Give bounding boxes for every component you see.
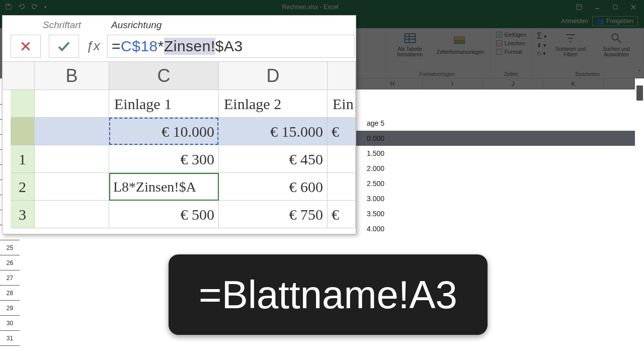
sort-filter-button[interactable]: Sortieren und Filtern — [550, 31, 591, 57]
cell[interactable] — [328, 145, 356, 173]
svg-point-12 — [612, 34, 618, 40]
row-28[interactable]: 28 — [0, 286, 20, 301]
sort-filter-label: Sortieren und Filtern — [553, 46, 588, 57]
cell[interactable]: 4.000 — [356, 221, 386, 236]
autosum-button[interactable]: Σ▾ — [537, 32, 547, 41]
cell[interactable]: 3.000 — [356, 191, 386, 206]
zoom-rowhdr[interactable]: 2 — [11, 173, 35, 201]
hint-schriftart: Schriftart — [43, 20, 81, 31]
format-cells-button[interactable]: Format — [496, 48, 526, 55]
cell[interactable] — [35, 201, 109, 228]
svg-rect-1 — [577, 5, 582, 10]
cell[interactable]: € 450 — [219, 145, 328, 173]
redo-icon[interactable] — [31, 3, 38, 12]
cell[interactable]: € — [328, 118, 356, 145]
zoom-row-header: Einlage 1 Einlage 2 Ein — [11, 90, 356, 118]
cell[interactable]: Ein — [328, 90, 356, 118]
insert-cells-button[interactable]: Einfügen — [496, 31, 526, 38]
cell[interactable]: 2.500 — [356, 176, 386, 191]
cell[interactable]: € 600 — [219, 173, 328, 201]
ribbon-group-editing: Σ▾ ⬇▾ ◇▾ Sortieren und Filtern Suchen un… — [532, 28, 644, 78]
formula-bar: ƒx =C$18*Zinsen!$A3 — [3, 31, 356, 62]
find-select-label: Suchen und Auswählen — [597, 46, 635, 57]
selection-row-highlight — [356, 131, 635, 146]
vscroll-thumb[interactable] — [636, 85, 643, 101]
cell[interactable] — [328, 173, 356, 201]
title-bar: ▾ Rechnen.xlsx - Excel — [0, 0, 644, 14]
minimize-icon[interactable] — [590, 1, 605, 13]
confirm-formula-button[interactable] — [49, 35, 79, 58]
magnified-grid[interactable]: B C D Einlage 1 Einlage 2 Ein € 10.000 €… — [3, 62, 356, 234]
cell[interactable] — [35, 173, 109, 201]
zoom-rowhdr[interactable] — [11, 118, 35, 145]
formula-op: * — [158, 38, 164, 55]
signin-button[interactable]: Anmelden — [561, 18, 588, 25]
cell[interactable] — [35, 145, 109, 173]
zoom-row: 1 € 300 € 450 — [11, 145, 356, 173]
caption-text: =Blattname!A3 — [199, 272, 457, 318]
cell[interactable]: € 500 — [109, 201, 219, 228]
zoom-col-d[interactable]: D — [219, 62, 328, 89]
cell[interactable]: € 750 — [219, 201, 328, 228]
row-27[interactable]: 27 — [0, 270, 20, 286]
row-26[interactable]: 26 — [0, 255, 20, 270]
document-title: Rechnen.xlsx - Excel — [52, 4, 569, 11]
zoom-col-c[interactable]: C — [109, 62, 219, 89]
cell[interactable]: 2.000 — [356, 161, 386, 176]
ribbon-options-icon[interactable] — [572, 1, 587, 13]
formula-input[interactable]: =C$18*Zinsen!$A3 — [107, 35, 355, 58]
eraser-icon: ◇ — [537, 50, 541, 57]
formula-ref1: C$18 — [121, 38, 158, 55]
cell[interactable]: Einlage 1 — [109, 90, 219, 118]
zoom-rowhdr[interactable] — [11, 90, 35, 118]
ribbon-group-styles: Als Tabelle formatieren Zellenformatvorl… — [384, 28, 491, 78]
zoom-col-e[interactable] — [328, 62, 356, 89]
cell-styles-button[interactable]: Zellenformatvorlagen — [434, 34, 485, 55]
col-i[interactable]: I — [423, 78, 483, 89]
insert-function-icon[interactable]: ƒx — [83, 38, 103, 54]
cell[interactable]: 3.500 — [356, 206, 386, 221]
zoom-rowhdr[interactable]: 1 — [11, 145, 35, 173]
zoom-rowhdr[interactable]: 3 — [11, 201, 35, 228]
cell[interactable]: € — [328, 201, 356, 228]
cell[interactable]: 1.500 — [356, 146, 386, 161]
cell[interactable]: 0.000 — [356, 131, 386, 146]
editing-cell[interactable]: L8*Zinsen!$A — [109, 173, 219, 201]
svg-rect-6 — [405, 34, 415, 43]
undo-icon[interactable] — [18, 3, 25, 12]
zoom-col-b[interactable]: B — [35, 62, 109, 89]
col-k[interactable]: K — [543, 78, 604, 89]
row-31[interactable]: 31 — [0, 331, 20, 346]
save-icon[interactable] — [5, 3, 12, 12]
zoom-col-headers: B C D — [3, 62, 356, 90]
share-button[interactable]: 👥 Freigeben — [592, 16, 638, 26]
close-icon[interactable] — [626, 1, 641, 13]
ribbon-group-cells: Einfügen Löschen Format Zellen — [491, 28, 532, 78]
formula-eq: = — [112, 38, 121, 55]
editing-group-label: Bearbeiten — [537, 70, 638, 77]
styles-group-label: Formatvorlagen — [389, 70, 485, 77]
referenced-cell[interactable]: € 10.000 — [109, 118, 219, 145]
cell[interactable]: € 300 — [109, 145, 219, 173]
share-icon: 👥 — [597, 18, 604, 25]
cell[interactable]: € 15.000 — [219, 118, 328, 145]
qat-dropdown-icon[interactable]: ▾ — [44, 5, 47, 10]
collapse-ribbon-icon[interactable]: ˄ — [638, 69, 641, 76]
row-25[interactable]: 25 — [0, 240, 20, 255]
select-all-corner[interactable] — [3, 62, 35, 89]
cancel-formula-button[interactable] — [11, 35, 41, 58]
row-30[interactable]: 30 — [0, 316, 20, 331]
clear-button[interactable]: ◇▾ — [537, 50, 547, 57]
cell[interactable] — [35, 118, 109, 145]
row-29[interactable]: 29 — [0, 301, 20, 316]
find-select-button[interactable]: Suchen und Auswählen — [594, 31, 638, 57]
format-as-table-button[interactable]: Als Tabelle formatieren — [389, 31, 431, 57]
fill-button[interactable]: ⬇▾ — [537, 42, 547, 49]
cell[interactable]: Einlage 2 — [219, 90, 328, 118]
cell[interactable] — [35, 90, 109, 118]
delete-cells-button[interactable]: Löschen — [496, 40, 526, 47]
maximize-icon[interactable] — [608, 1, 623, 13]
col-h[interactable]: H — [362, 78, 423, 89]
col-j[interactable]: J — [483, 78, 543, 89]
svg-rect-11 — [496, 49, 502, 55]
